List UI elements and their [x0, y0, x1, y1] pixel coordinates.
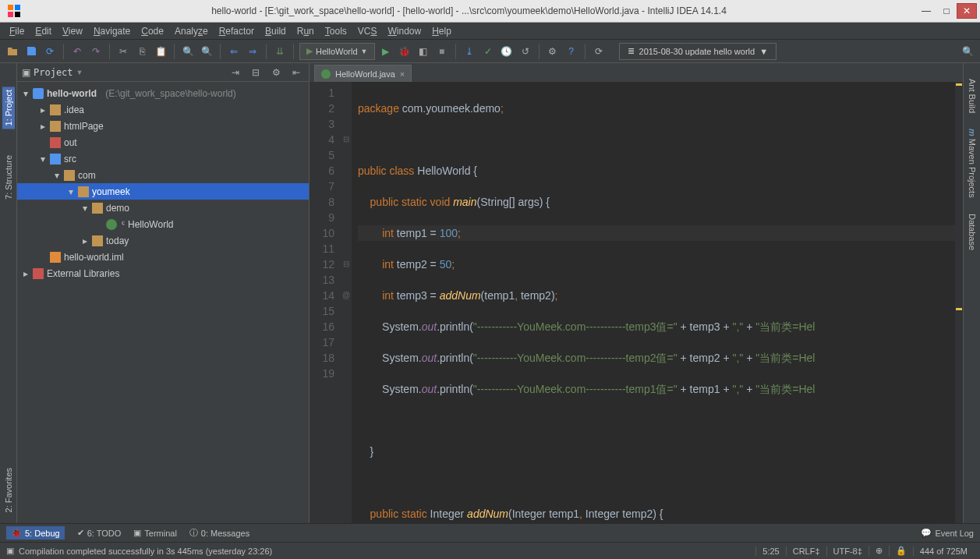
sync-icon[interactable]: ⟳: [42, 44, 58, 59]
tool-database[interactable]: Database: [968, 214, 977, 250]
status-line-separator[interactable]: CRLF‡: [786, 547, 826, 556]
tree-htmlpage[interactable]: htmlPage: [17, 118, 309, 134]
status-insert-mode[interactable]: ⊕: [869, 546, 889, 556]
close-tab-icon[interactable]: ×: [400, 69, 405, 79]
run-icon[interactable]: ▶: [378, 44, 394, 59]
menu-tools[interactable]: Tools: [320, 24, 352, 38]
status-encoding[interactable]: UTF-8‡: [826, 547, 869, 556]
jrebel-icon[interactable]: ⟳: [591, 44, 607, 59]
collapse-all-icon[interactable]: ⊟: [248, 65, 264, 80]
tree-idea[interactable]: .idea: [17, 101, 309, 118]
window-title: hello-world - [E:\git_work_space\hello-w…: [22, 5, 916, 16]
svg-rect-3: [15, 12, 20, 17]
back-icon[interactable]: ⇐: [226, 44, 242, 59]
project-tree[interactable]: hello-world (E:\git_work_space\hello-wor…: [17, 82, 309, 523]
stop-icon[interactable]: ■: [434, 44, 450, 59]
hide-icon[interactable]: ⇤: [288, 65, 304, 80]
warning-marker[interactable]: [956, 308, 962, 310]
find-icon[interactable]: 🔍: [180, 44, 196, 59]
tree-root[interactable]: hello-world (E:\git_work_space\hello-wor…: [17, 85, 309, 101]
menu-view[interactable]: View: [58, 24, 87, 38]
menu-code[interactable]: Code: [136, 24, 168, 38]
fold-gutter[interactable]: ⊟⊟@: [341, 82, 352, 523]
settings-icon[interactable]: ⚙: [545, 44, 561, 59]
tree-demo[interactable]: demo: [17, 200, 309, 216]
tree-external-libs[interactable]: External Libraries: [17, 265, 309, 281]
project-tool-window: ▣ Project ▼ ⇥ ⊟ ⚙ ⇤ hello-world (E:\git_…: [17, 63, 310, 523]
eventlog-icon: 💬: [921, 528, 932, 538]
menu-file[interactable]: File: [5, 24, 29, 38]
copy-icon[interactable]: ⎘: [134, 44, 150, 59]
menu-build[interactable]: Build: [260, 24, 291, 38]
coverage-icon[interactable]: ◧: [416, 44, 431, 59]
tool-ant[interactable]: Ant Build: [968, 79, 977, 113]
tree-com[interactable]: com: [17, 167, 309, 183]
tree-src[interactable]: src: [17, 150, 309, 167]
status-readonly[interactable]: 🔒: [889, 546, 913, 556]
svg-rect-2: [8, 12, 13, 17]
tree-out[interactable]: out: [17, 134, 309, 150]
status-memory[interactable]: 444 of 725M: [913, 547, 974, 556]
tree-iml[interactable]: hello-world.iml: [17, 249, 309, 265]
minimize-button[interactable]: —: [916, 3, 936, 19]
gear-icon[interactable]: ⚙: [268, 65, 284, 80]
help-icon[interactable]: ?: [564, 44, 579, 59]
menu-window[interactable]: Window: [383, 24, 426, 38]
open-icon[interactable]: [5, 44, 20, 59]
vcs-changelist-dropdown[interactable]: ≣ 2015-08-30 update hello world ▼: [619, 43, 777, 60]
tool-debug[interactable]: 🐞5: Debug: [6, 526, 65, 540]
status-message: Compilation completed successfully in 3s…: [19, 547, 755, 556]
menu-edit[interactable]: Edit: [30, 24, 56, 38]
maximize-button[interactable]: □: [936, 3, 957, 19]
code-editor[interactable]: 12345678910111213141516171819 ⊟⊟@ packag…: [310, 82, 963, 523]
tool-eventlog[interactable]: 💬Event Log: [921, 528, 974, 538]
tool-favorites[interactable]: 2: Favorites: [4, 465, 13, 515]
main-area: 1: Project 7: Structure 2: Favorites ▣ P…: [0, 63, 980, 523]
menu-navigate[interactable]: Navigate: [89, 24, 135, 38]
vcs-commit-icon[interactable]: ✓: [480, 44, 496, 59]
source-code[interactable]: package com.youmeek.demo; public class H…: [352, 82, 955, 523]
editor-tab-helloworld[interactable]: HelloWorld.java ×: [314, 65, 412, 82]
make-icon[interactable]: ⇊: [272, 44, 288, 59]
cut-icon[interactable]: ✂: [115, 44, 131, 59]
paste-icon[interactable]: 📋: [153, 44, 168, 59]
separator: [539, 44, 540, 59]
project-panel-title[interactable]: Project: [34, 67, 73, 78]
warning-marker[interactable]: [956, 83, 962, 86]
project-view-icon[interactable]: ▣: [22, 67, 30, 78]
close-button[interactable]: ✕: [957, 3, 977, 19]
run-configuration-dropdown[interactable]: ▶ HelloWorld ▼: [299, 43, 375, 60]
vcs-history-icon[interactable]: 🕓: [499, 44, 515, 59]
tree-today[interactable]: today: [17, 232, 309, 249]
menu-analyze[interactable]: Analyze: [170, 24, 213, 38]
menu-refactor[interactable]: Refactor: [214, 24, 259, 38]
error-stripe[interactable]: [955, 82, 963, 523]
menu-vcs[interactable]: VCS: [353, 24, 382, 38]
forward-icon[interactable]: ⇒: [245, 44, 260, 59]
status-icon[interactable]: ▣: [6, 546, 14, 556]
tool-maven[interactable]: m Maven Projects: [968, 129, 977, 198]
menu-help[interactable]: Help: [427, 24, 456, 38]
tool-structure[interactable]: 7: Structure: [4, 152, 13, 203]
status-caret-pos[interactable]: 5:25: [755, 547, 785, 556]
vcs-revert-icon[interactable]: ↺: [518, 44, 533, 59]
redo-icon[interactable]: ↷: [88, 44, 104, 59]
tool-todo[interactable]: ✔6: TODO: [77, 528, 122, 538]
search-everywhere-icon[interactable]: 🔍: [960, 44, 975, 59]
intellij-logo-icon: [6, 3, 22, 19]
undo-icon[interactable]: ↶: [69, 44, 85, 59]
tree-helloworld-class[interactable]: ᶜHelloWorld: [17, 216, 309, 232]
debug-icon[interactable]: 🐞: [397, 44, 412, 59]
scroll-from-source-icon[interactable]: ⇥: [228, 65, 243, 80]
line-number-gutter[interactable]: 12345678910111213141516171819: [310, 82, 341, 523]
tool-messages[interactable]: ⓘ0: Messages: [189, 527, 249, 539]
chevron-down-icon[interactable]: ▼: [76, 69, 83, 76]
replace-icon[interactable]: 🔍: [199, 44, 214, 59]
tool-terminal[interactable]: ▣Terminal: [133, 528, 177, 538]
tree-youmeek[interactable]: youmeek: [17, 183, 309, 200]
window-titlebar: hello-world - [E:\git_work_space\hello-w…: [0, 0, 980, 23]
vcs-update-icon[interactable]: ⤓: [462, 44, 477, 59]
save-all-icon[interactable]: [23, 44, 39, 59]
tool-project[interactable]: 1: Project: [2, 87, 15, 129]
menu-run[interactable]: Run: [292, 24, 319, 38]
